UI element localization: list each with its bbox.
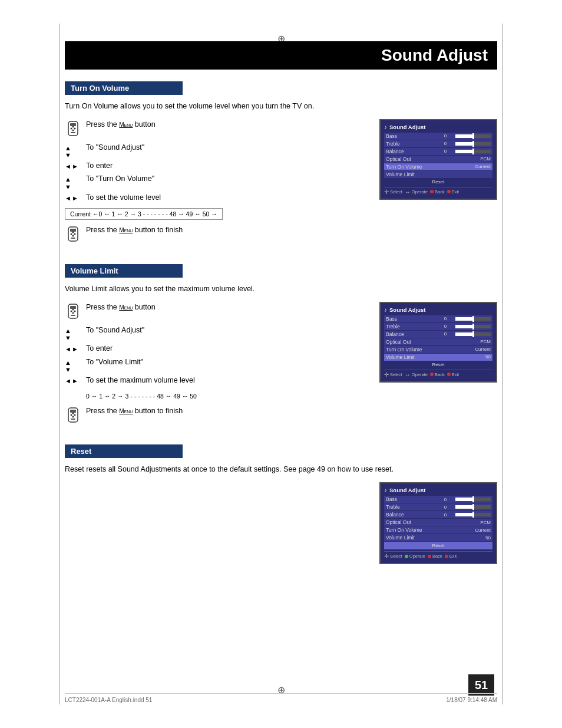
svg-point-11 [72, 232, 74, 233]
volume-scale-1: Current ←0 ↔ 1 ↔ 2 → 3 - - - - - - - 48 … [65, 208, 223, 220]
remote-icon-vl-fin [65, 407, 86, 427]
cross-icon-3: ✛ [384, 553, 389, 559]
svg-point-26 [72, 416, 74, 417]
tv-row-bass-3: Bass 0 [384, 496, 492, 503]
ud-arrows-icon-vl-2: ▲▼ [65, 357, 86, 373]
section-desc-reset: Reset resets all Sound Adjustments at on… [65, 464, 497, 475]
tv-row-turnon-2: Turn On Volume Current [384, 346, 492, 353]
tv-footer-3: ✛ Select Operate Back [384, 551, 492, 559]
volume-scale-2: 0 ↔ 1 ↔ 2 → 3 - - - - - - - 48 ↔ 49 ↔ 50 [86, 391, 197, 401]
svg-rect-8 [70, 229, 76, 232]
svg-point-2 [71, 127, 72, 129]
footer-exit-3: Exit [445, 554, 457, 559]
svg-point-5 [72, 129, 74, 131]
ud-arrows-icon-1: ▲▼ [65, 143, 86, 159]
svg-point-18 [72, 308, 74, 310]
instruction-area-3: ♪ Sound Adjust Bass 0 Treble 0 [65, 482, 497, 564]
footer-operate-3: Operate [405, 554, 425, 559]
menu-label-vl-fin: Menu [119, 408, 133, 414]
footer-right: 1/18/07 9:14:48 AM [446, 697, 497, 703]
menu-label-1: Menu [119, 121, 133, 128]
cross-icon-2: ✛ [384, 371, 389, 378]
footer-operate-1: ↔ Operate [405, 189, 428, 195]
step-5: ◄► To set the volume level [65, 192, 368, 204]
finish-text-1: Press the Menu button to finish [86, 225, 368, 236]
tv-row-treble-2: Treble 0 [384, 323, 492, 330]
svg-rect-13 [71, 238, 75, 239]
tv-row-turnon-3: Turn On Volume Current [384, 526, 492, 533]
tv-row-balance-2: Balance 0 [384, 331, 492, 338]
note-icon-3: ♪ [384, 487, 387, 493]
section-header-volume-limit: Volume Limit [65, 264, 183, 278]
vl-step-5-text: To set the maximum volume level [86, 375, 368, 386]
vl-step-3: ◄► To enter [65, 343, 368, 355]
dot-red-3 [428, 555, 431, 558]
step-1-text: Press the Menu button [86, 119, 368, 130]
vl-step-4: ▲▼ To "Volume Limit" [65, 357, 368, 373]
vl-step-1-text: Press the Menu button [86, 302, 368, 313]
footer-select-2: ✛ Select [384, 371, 402, 378]
vl-finish-step: Press the Menu button to finish [65, 406, 368, 427]
tv-row-optical-3: Optical Out PCM [384, 519, 492, 526]
bar-balance-2 [455, 332, 491, 336]
vl-step-3-text: To enter [86, 343, 368, 354]
section-reset: Reset Reset resets all Sound Adjustments… [65, 444, 497, 564]
step-3: ◄► To enter [65, 160, 368, 172]
bar-bass-1 [455, 134, 491, 138]
note-icon-2: ♪ [384, 307, 387, 313]
step-4: ▲▼ To "Turn On Volume" [65, 173, 368, 190]
lr-arrows-icon-1: ◄► [65, 161, 86, 172]
lr-icon-2: ↔ [405, 371, 411, 378]
remote-icon-finish-1 [65, 226, 86, 246]
tv-screen-2: ♪ Sound Adjust Bass 0 Treble 0 [379, 302, 497, 383]
section-volume-limit: Volume Limit Volume Limit allows you to … [65, 264, 497, 428]
footer-select-1: ✛ Select [384, 189, 402, 195]
footer-select-3: ✛ Select [384, 553, 402, 559]
svg-point-25 [72, 412, 74, 414]
bar-balance-1 [455, 150, 491, 153]
step-2: ▲▼ To "Sound Adjust" [65, 142, 368, 159]
tv-footer-2: ✛ Select ↔ Operate Back [384, 370, 492, 378]
bar-balance-3 [455, 513, 491, 516]
section-turn-on-volume: Turn On Volume Turn On Volume allows you… [65, 81, 497, 248]
bar-bass-2 [455, 317, 491, 321]
svg-point-3 [74, 127, 76, 129]
section-header-reset: Reset [65, 444, 183, 458]
page-border-left [59, 24, 59, 704]
bar-treble-1 [455, 142, 491, 146]
screen-3: ♪ Sound Adjust Bass 0 Treble 0 [379, 482, 497, 564]
tv-row-volumelimit-3: Volume Limit 50 [384, 534, 492, 541]
footer-exit-1: Exit [447, 189, 459, 195]
steps-col-2: Press the Menu button ▲▼ To "Sound Adjus… [65, 302, 368, 428]
dot-red-2 [430, 373, 434, 376]
vl-step-1: Press the Menu button [65, 302, 368, 323]
footer-back-3: Back [428, 554, 442, 559]
steps-col-1: Press the Menu button ▲▼ To "Sound Adjus… [65, 119, 368, 248]
tv-row-balance-1: Balance 0 [384, 148, 492, 155]
bar-bass-3 [455, 498, 491, 501]
step-3-text: To enter [86, 160, 368, 172]
bar-treble-2 [455, 325, 491, 328]
lr-arrows-icon-2: ◄► [65, 193, 86, 204]
tv-row-volumelimit-1: Volume Limit [384, 171, 492, 178]
svg-rect-27 [71, 419, 75, 420]
lr-arrows-icon-vl-1: ◄► [65, 344, 86, 355]
lr-icon-1: ↔ [405, 189, 411, 195]
svg-rect-1 [70, 123, 76, 126]
finish-step-1: Press the Menu button to finish [65, 225, 368, 246]
screen-1: ♪ Sound Adjust Bass 0 Treble 0 [379, 119, 497, 200]
footer-exit-2: Exit [447, 372, 459, 377]
step-4-text: To "Turn On Volume" [86, 173, 368, 185]
svg-point-16 [71, 310, 72, 312]
tv-reset-row-1: Reset [384, 179, 492, 185]
svg-point-24 [74, 414, 76, 416]
lr-arrows-icon-vl-2: ◄► [65, 375, 86, 387]
ud-arrows-icon-vl-1: ▲▼ [65, 325, 86, 341]
section-desc-volume-limit: Volume Limit allows you to set the maxim… [65, 284, 497, 295]
footer-back-2: Back [430, 372, 445, 377]
tv-reset-row-3: Reset [384, 542, 492, 549]
tv-reset-row-2: Reset [384, 361, 492, 368]
ud-arrows-icon-2: ▲▼ [65, 174, 86, 190]
vl-finish-text: Press the Menu button to finish [86, 406, 368, 417]
tv-row-treble-3: Treble 0 [384, 503, 492, 510]
